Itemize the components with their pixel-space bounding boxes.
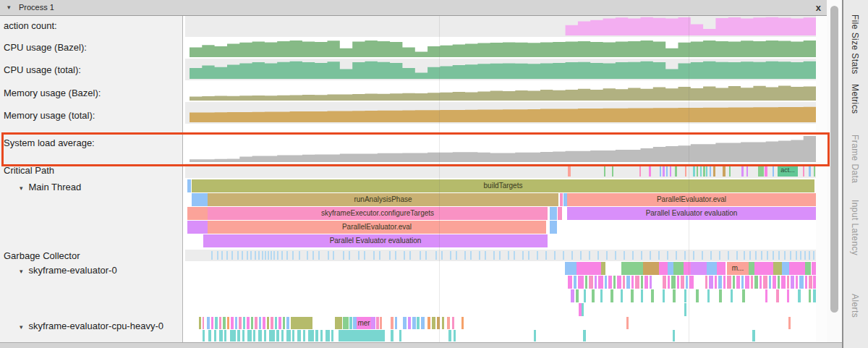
trace-slice[interactable] (214, 330, 216, 341)
trace-slice[interactable] (769, 276, 771, 289)
gc-tick[interactable] (242, 251, 243, 260)
gc-tick[interactable] (710, 251, 712, 260)
trace-slice[interactable] (291, 317, 312, 329)
trace-slice[interactable] (789, 262, 805, 275)
gc-tick[interactable] (632, 251, 634, 260)
trace-slice[interactable] (809, 164, 811, 177)
trace-slice[interactable] (809, 289, 811, 302)
trace-slice[interactable] (227, 317, 229, 329)
gc-tick[interactable] (373, 251, 375, 260)
trace-slice[interactable] (258, 330, 262, 341)
gc-tick[interactable] (589, 251, 590, 260)
gc-tick[interactable] (597, 251, 599, 260)
trace-slice[interactable]: buildTargets (192, 179, 814, 192)
trace-slice[interactable] (371, 317, 375, 329)
gc-tick[interactable] (349, 251, 350, 260)
trace-slice[interactable] (391, 330, 393, 341)
trace-slice[interactable] (199, 317, 201, 329)
garbage-collector-track[interactable] (185, 250, 827, 261)
trace-slice[interactable] (224, 330, 226, 341)
trace-slice[interactable]: m... (727, 262, 749, 275)
trace-slice[interactable] (608, 276, 612, 289)
trace-slice[interactable] (659, 262, 668, 275)
trace-slice[interactable] (203, 330, 205, 341)
trace-slice[interactable] (776, 289, 779, 302)
trace-slice[interactable] (778, 276, 780, 289)
gc-tick[interactable] (624, 251, 625, 260)
trace-slice[interactable]: ParallelEvaluator.eval (208, 221, 546, 234)
gc-tick[interactable] (761, 251, 762, 260)
counter-track-system-load[interactable] (185, 124, 827, 164)
gc-tick[interactable] (268, 251, 269, 260)
trace-slice[interactable] (601, 262, 605, 275)
gc-tick[interactable] (676, 251, 677, 260)
trace-slice[interactable] (626, 317, 629, 329)
trace-slice[interactable] (617, 276, 621, 289)
trace-slice[interactable] (255, 317, 258, 329)
gc-tick[interactable] (328, 251, 329, 260)
gc-tick[interactable] (420, 251, 421, 260)
gc-tick[interactable] (749, 251, 751, 260)
trace-slice[interactable] (631, 276, 634, 289)
trace-slice[interactable] (612, 164, 613, 177)
trace-slice[interactable] (691, 262, 707, 275)
trace-slice[interactable] (641, 289, 643, 302)
trace-slice[interactable]: runAnalysisPhase (208, 193, 558, 206)
trace-slice[interactable] (798, 289, 801, 302)
gc-tick[interactable] (404, 251, 405, 260)
trace-slice[interactable] (454, 330, 456, 341)
trace-slice[interactable] (604, 164, 605, 177)
trace-slice[interactable] (598, 276, 603, 289)
trace-slice[interactable] (727, 276, 731, 289)
gc-tick[interactable] (271, 251, 272, 260)
trace-slice[interactable] (276, 330, 279, 341)
trace-slice[interactable] (613, 276, 616, 289)
trace-slice[interactable] (395, 317, 397, 329)
gc-tick[interactable] (237, 251, 239, 260)
gc-tick[interactable] (545, 251, 547, 260)
trace-slice[interactable] (796, 276, 798, 289)
gc-tick[interactable] (273, 251, 275, 260)
trace-slice[interactable] (271, 317, 273, 329)
trace-slice[interactable] (215, 317, 218, 329)
gc-tick[interactable] (667, 251, 668, 260)
gc-tick[interactable] (299, 251, 300, 260)
trace-slice[interactable] (733, 276, 735, 289)
gc-tick[interactable] (286, 251, 288, 260)
gc-tick[interactable] (522, 251, 524, 260)
trace-slice[interactable] (723, 276, 726, 289)
trace-slice[interactable] (576, 289, 579, 302)
trace-slice[interactable] (303, 330, 305, 341)
gc-tick[interactable] (450, 251, 451, 260)
trace-slice[interactable] (442, 317, 444, 329)
gc-tick[interactable] (247, 251, 248, 260)
trace-slice[interactable] (610, 289, 613, 302)
gc-tick[interactable] (485, 251, 486, 260)
gc-tick[interactable] (528, 251, 529, 260)
collapse-arrow-icon[interactable]: ▾ (20, 184, 23, 192)
trace-slice[interactable] (805, 262, 811, 275)
trace-slice[interactable] (550, 221, 557, 234)
trace-slice[interactable] (335, 317, 342, 329)
trace-slice[interactable] (782, 262, 789, 275)
trace-slice[interactable] (264, 330, 266, 341)
trace-slice[interactable] (729, 164, 731, 177)
trace-slice[interactable] (787, 289, 789, 302)
track-label-skyframe-evaluator-cpu-heavy-0[interactable]: ▾skyframe-evaluator-cpu-heavy-0 (20, 321, 163, 331)
gc-tick[interactable] (719, 251, 720, 260)
gc-tick[interactable] (755, 251, 757, 260)
gc-tick[interactable] (250, 251, 252, 260)
trace-slice[interactable] (805, 276, 807, 289)
gc-tick[interactable] (744, 251, 745, 260)
trace-slice[interactable]: mer (357, 317, 371, 329)
trace-slice[interactable] (707, 289, 710, 302)
trace-slice[interactable] (799, 276, 804, 289)
gc-tick[interactable] (292, 251, 294, 260)
trace-slice[interactable] (644, 276, 648, 289)
trace-slice[interactable] (576, 262, 601, 275)
collapse-arrow-icon[interactable]: ▾ (7, 0, 11, 15)
gc-tick[interactable] (425, 251, 427, 260)
track-label-skyframe-evaluator-0[interactable]: ▾skyframe-evaluator-0 (20, 265, 117, 276)
trace-slice[interactable] (281, 330, 284, 341)
gc-tick[interactable] (580, 251, 582, 260)
